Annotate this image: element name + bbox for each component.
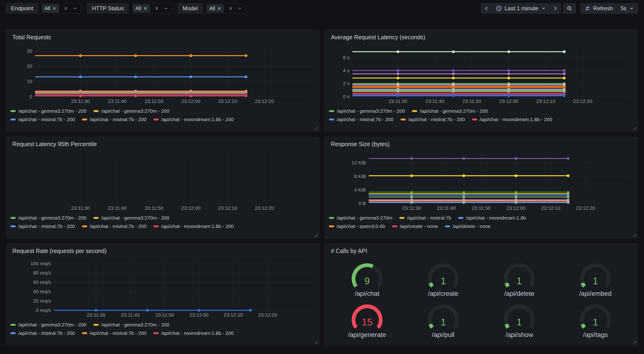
time-series-chart[interactable]: 23:11:3023:11:4023:11:5023:12:0023:12:10… xyxy=(10,149,315,212)
legend-series-swatch xyxy=(329,119,334,120)
svg-text:0 B: 0 B xyxy=(358,201,366,206)
svg-text:23:11:50: 23:11:50 xyxy=(472,205,490,211)
remove-chip-icon[interactable] xyxy=(144,7,147,10)
gauge-label: /api/tags xyxy=(583,331,608,338)
filter-label: HTTP Status xyxy=(87,4,129,13)
legend-series-swatch xyxy=(154,225,159,227)
chevron-down-icon[interactable] xyxy=(238,6,242,11)
time-range-label: Last 1 minute xyxy=(505,5,538,12)
svg-text:12 KiB: 12 KiB xyxy=(352,160,366,165)
legend-item[interactable]: /api/chat - mistral:7b - 200 xyxy=(82,223,146,229)
clear-selection-icon[interactable] xyxy=(155,6,159,11)
panel-resize-handle[interactable] xyxy=(632,126,637,131)
svg-text:4 s: 4 s xyxy=(343,68,350,73)
legend-item[interactable]: /api/chat - moondream:1.8b - 200 xyxy=(154,223,234,229)
legend-series-label: /api/chat - mistral:7b - 200 xyxy=(90,117,146,122)
legend-item[interactable]: /api/chat - gemma3:270m - 200 xyxy=(10,108,86,114)
time-series-chart[interactable]: 23:11:3023:11:4023:11:5023:12:0023:12:10… xyxy=(329,42,634,105)
legend-series-swatch xyxy=(10,324,16,326)
zoom-out-button[interactable] xyxy=(564,4,576,13)
panel-title[interactable]: Request Latency 95th Percentile xyxy=(10,140,315,149)
refresh-interval-button[interactable]: 5s xyxy=(617,4,638,13)
remove-chip-icon[interactable] xyxy=(52,7,56,10)
panel-title[interactable]: Request Rate (requests per second) xyxy=(10,247,315,256)
legend-item[interactable]: /api/chat - mistral:7b - 200 xyxy=(10,223,75,229)
legend-item[interactable]: /api/chat - mistral:7b - 200 xyxy=(82,330,146,336)
time-series-chart[interactable]: 23:11:3023:11:4023:11:5023:12:0023:12:10… xyxy=(329,149,634,212)
gauge-arc: 1 xyxy=(421,259,466,290)
legend-item[interactable]: /api/chat - gemma3:270m - 200 xyxy=(412,108,488,114)
legend-item[interactable]: /api/chat - mistral:7b - 200 xyxy=(82,117,146,122)
chevron-down-icon[interactable] xyxy=(73,6,77,11)
legend-item[interactable]: /api/chat - mistral:7b - 200 xyxy=(400,117,465,122)
legend-item[interactable]: /api/chat - mistral:7b - 200 xyxy=(10,330,75,336)
legend-series-swatch xyxy=(472,119,477,120)
variable-filters: Endpoint All HTTP Status xyxy=(6,3,246,14)
legend-series-swatch xyxy=(94,324,98,326)
legend-item[interactable]: /api/chat - gemma3:270m - 200 xyxy=(329,108,405,114)
legend-series-swatch xyxy=(94,217,98,219)
filter-model: Model All xyxy=(178,3,246,14)
time-shift-forward-button[interactable] xyxy=(550,4,560,13)
legend-item[interactable]: /api/chat - mistral:7b - 200 xyxy=(10,117,75,122)
remove-chip-icon[interactable] xyxy=(217,7,221,10)
panel-resize-handle[interactable] xyxy=(632,340,637,344)
clear-selection-icon[interactable] xyxy=(64,6,68,11)
legend-item[interactable]: /api/chat - moondream:1.8b xyxy=(458,215,526,221)
legend-series-label: /api/chat - moondream:1.8b xyxy=(466,215,526,221)
svg-text:15: 15 xyxy=(362,316,373,327)
panel-resize-handle[interactable] xyxy=(314,233,318,237)
filter-value-select[interactable]: All xyxy=(38,4,81,13)
panel-title[interactable]: Average Request Latency (seconds) xyxy=(329,34,634,42)
legend-series-swatch xyxy=(10,217,16,219)
time-shift-back-button[interactable] xyxy=(481,4,492,13)
legend-item[interactable]: /api/chat - gemma3:270m xyxy=(329,215,392,221)
filter-value-select[interactable]: All xyxy=(203,4,246,13)
svg-text:80 req/s: 80 req/s xyxy=(33,270,51,275)
legend-row: /api/chat - qwen3:0.6b/api/create - none… xyxy=(329,222,634,231)
legend-row: /api/chat - gemma3:270m - 200/api/chat -… xyxy=(10,214,315,222)
svg-text:9: 9 xyxy=(364,275,370,286)
legend-item[interactable]: /api/chat - moondream:1.8b - 200 xyxy=(472,117,552,122)
clear-selection-icon[interactable] xyxy=(228,6,233,11)
svg-text:0: 0 xyxy=(30,94,32,99)
legend-item[interactable]: /api/chat - gemma3:270m - 200 xyxy=(94,108,170,114)
chevron-down-icon[interactable] xyxy=(164,6,168,11)
panel-avg-latency: Average Request Latency (seconds) 23:11:… xyxy=(324,30,638,132)
svg-text:4 KiB: 4 KiB xyxy=(354,187,366,192)
svg-text:23:11:40: 23:11:40 xyxy=(437,205,456,211)
legend-item[interactable]: /api/chat - qwen3:0.6b xyxy=(329,223,385,229)
svg-text:23:11:50: 23:11:50 xyxy=(145,205,163,211)
gauge-label: /api/delete xyxy=(504,290,534,297)
legend-item[interactable]: /api/chat - mistral:7b - 200 xyxy=(329,117,394,122)
panel-title[interactable]: Total Requests xyxy=(10,34,315,42)
legend-item[interactable]: /api/chat - gemma3:270m - 200 xyxy=(94,215,170,221)
legend-item[interactable]: /api/chat - mistral:7b xyxy=(399,215,451,221)
time-series-chart[interactable]: 23:11:3023:11:4023:11:5023:12:0023:12:10… xyxy=(10,42,315,105)
refresh-button[interactable]: Refresh xyxy=(581,4,617,13)
legend-item[interactable]: /api/chat - gemma3:270m - 200 xyxy=(10,322,86,327)
svg-text:1: 1 xyxy=(517,316,522,327)
legend-series-label: /api/chat - gemma3:270m xyxy=(337,215,392,221)
panel-title[interactable]: # Calls by API xyxy=(329,247,634,256)
time-range-picker-button[interactable]: Last 1 minute xyxy=(492,4,550,13)
panel-title[interactable]: Response Size (bytes) xyxy=(329,140,634,149)
dashboard-grid: Total Requests 23:11:3023:11:4023:11:502… xyxy=(6,30,638,345)
legend-item[interactable]: /api/create - none xyxy=(392,223,438,229)
legend-item[interactable]: /api/chat - gemma3:270m - 200 xyxy=(10,215,86,221)
time-series-chart[interactable]: 23:11:3023:11:4023:11:5023:12:0023:12:10… xyxy=(10,256,315,319)
svg-text:23:11:30: 23:11:30 xyxy=(71,98,90,104)
legend-item[interactable]: /api/chat - moondream:1.8b - 200 xyxy=(154,117,234,122)
filter-value-select[interactable]: All xyxy=(129,4,172,13)
filter-chip[interactable]: All xyxy=(42,4,59,13)
filter-chip[interactable]: All xyxy=(206,4,224,13)
legend-item[interactable]: /api/delete - none xyxy=(445,223,490,229)
legend-item[interactable]: /api/chat - moondream:1.8b - 200 xyxy=(154,330,234,336)
legend-item[interactable]: /api/chat - gemma3:270m - 200 xyxy=(94,322,170,327)
panel-resize-handle[interactable] xyxy=(632,233,637,237)
gauge-grid: 9/api/chat1/api/create1/api/delete1/api/… xyxy=(329,258,634,340)
gauge-label: /api/show xyxy=(506,331,533,338)
filter-chip[interactable]: All xyxy=(132,4,150,13)
panel-resize-handle[interactable] xyxy=(314,126,318,131)
panel-resize-handle[interactable] xyxy=(314,340,318,344)
